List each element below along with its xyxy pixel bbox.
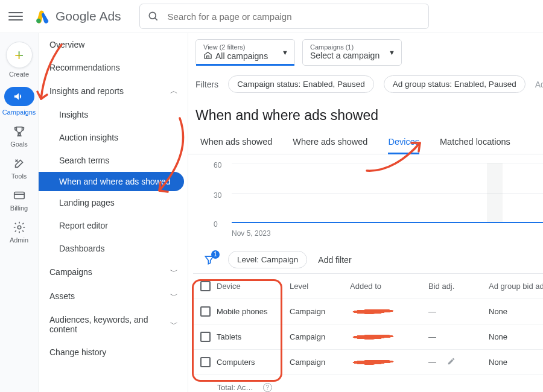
- megaphone-icon: [4, 87, 34, 106]
- rail-item-tools[interactable]: Tools: [0, 157, 38, 180]
- search-icon: [147, 10, 159, 22]
- svg-point-5: [17, 226, 21, 229]
- create-label: Create: [9, 71, 29, 78]
- card-icon: [13, 189, 26, 202]
- svg-line-2: [154, 18, 157, 21]
- rail-create[interactable]: + Create: [6, 42, 33, 78]
- rail-label-tools: Tools: [11, 172, 27, 180]
- tab-where-ads-showed[interactable]: Where ads showed: [293, 132, 367, 154]
- caret-down-icon: ▼: [389, 49, 395, 56]
- product-name: Google Ads: [56, 9, 121, 24]
- filter-count-badge: 1: [211, 250, 220, 259]
- nav-dashboards[interactable]: Dashboards: [39, 237, 188, 260]
- left-rail: + Create Campaigns Goals Tools Bil: [0, 33, 39, 392]
- chevron-down-icon: ﹀: [170, 319, 178, 330]
- nav-landing-pages[interactable]: Landing pages: [39, 191, 188, 214]
- add-filter-hint[interactable]: Add filte: [535, 80, 543, 89]
- filter-funnel-icon[interactable]: 1: [202, 252, 217, 268]
- row-checkbox[interactable]: [200, 357, 211, 367]
- view-dropdown-hint: View (2 filters): [203, 43, 274, 51]
- rail-label-campaigns: Campaigns: [2, 109, 36, 116]
- edit-pencil-icon[interactable]: [447, 357, 456, 367]
- top-header: Google Ads: [0, 0, 543, 33]
- page-title: When and where ads showed: [188, 99, 543, 132]
- table-row[interactable]: Mobile phones Campaign — None: [193, 299, 543, 324]
- side-nav: Overview Recommendations Insights and re…: [39, 33, 188, 392]
- col-added-to: Added to: [344, 276, 422, 297]
- nav-audiences[interactable]: Audiences, keywords, and content ﹀: [39, 308, 188, 341]
- select-all-checkbox[interactable]: [200, 281, 211, 291]
- campaign-dropdown[interactable]: Campaigns (1) Select a campaign ▼: [302, 39, 402, 66]
- view-dropdown-value: All campaigns: [215, 51, 268, 61]
- chart-series-line: [232, 222, 543, 223]
- tab-when-ads-showed[interactable]: When ads showed: [200, 132, 272, 154]
- svg-rect-3: [14, 192, 24, 199]
- col-bid-adj: Bid adj.: [422, 276, 483, 297]
- redacted-value: [350, 358, 398, 367]
- table-row[interactable]: Computers Campaign — None: [193, 350, 543, 375]
- table-row[interactable]: Tablets Campaign — None: [193, 324, 543, 350]
- nav-assets[interactable]: Assets ﹀: [39, 284, 188, 308]
- chevron-down-icon: ﹀: [170, 267, 178, 277]
- col-adgroup-bid-adj: Ad group bid adj.: [483, 276, 543, 297]
- nav-search-terms[interactable]: Search terms: [39, 149, 188, 172]
- col-device: Device: [217, 282, 241, 291]
- rail-item-billing[interactable]: Billing: [0, 189, 38, 212]
- y-tick-30: 30: [214, 191, 221, 200]
- nav-when-where-ads-showed[interactable]: When and where ads showed: [39, 172, 184, 191]
- rail-item-campaigns[interactable]: Campaigns: [0, 87, 38, 116]
- table-total-row: Total: Ac… ?: [193, 375, 543, 392]
- nav-report-editor[interactable]: Report editor: [39, 214, 188, 237]
- menu-icon[interactable]: [8, 9, 23, 24]
- metric-chart: 60 30 0 Nov 5, 2023: [195, 154, 543, 245]
- tab-matched-locations[interactable]: Matched locations: [440, 132, 510, 154]
- search-box[interactable]: [139, 4, 429, 29]
- device-table: Device Level Added to Bid adj. Ad group …: [193, 273, 543, 392]
- nav-recommendations[interactable]: Recommendations: [39, 56, 188, 79]
- filter-chip-adgroup-status[interactable]: Ad group status: Enabled, Paused: [384, 75, 526, 93]
- redacted-value: [350, 333, 398, 341]
- home-icon: [203, 51, 212, 62]
- help-icon[interactable]: ?: [263, 383, 272, 392]
- row-checkbox[interactable]: [200, 332, 211, 342]
- chevron-down-icon: ﹀: [170, 291, 178, 302]
- view-dropdown[interactable]: View (2 filters) All campaigns ▼: [195, 39, 295, 66]
- redacted-value: [350, 308, 398, 316]
- add-filter-button[interactable]: Add filter: [318, 255, 351, 265]
- rail-item-admin[interactable]: Admin: [0, 221, 38, 244]
- section-tabs: When ads showed Where ads showed Devices…: [188, 132, 543, 154]
- nav-auction-insights[interactable]: Auction insights: [39, 126, 188, 149]
- tab-devices[interactable]: Devices: [388, 132, 419, 154]
- level-pill[interactable]: Level: Campaign: [228, 251, 307, 268]
- rail-label-admin: Admin: [10, 236, 28, 244]
- ads-logo-icon: [35, 8, 51, 24]
- create-button[interactable]: +: [6, 42, 33, 68]
- nav-insights-and-reports[interactable]: Insights and reports ︿: [39, 79, 188, 103]
- nav-insights[interactable]: Insights: [39, 103, 188, 126]
- nav-change-history[interactable]: Change history: [39, 341, 188, 364]
- rail-item-goals[interactable]: Goals: [0, 125, 38, 148]
- svg-rect-6: [207, 56, 209, 58]
- y-tick-60: 60: [214, 161, 221, 169]
- rail-label-goals: Goals: [10, 141, 28, 148]
- main-content: View (2 filters) All campaigns ▼ Campaig…: [188, 33, 543, 392]
- gear-icon: [13, 221, 26, 234]
- trophy-icon: [13, 125, 26, 138]
- x-tick-0: Nov 5, 2023: [232, 229, 271, 238]
- col-level: Level: [284, 276, 344, 297]
- nav-overview[interactable]: Overview: [39, 33, 188, 56]
- filters-label: Filters: [195, 80, 218, 89]
- campaign-dropdown-hint: Campaigns (1): [310, 43, 381, 51]
- nav-campaigns[interactable]: Campaigns ﹀: [39, 260, 188, 284]
- product-logo[interactable]: Google Ads: [35, 8, 121, 24]
- chevron-up-icon: ︿: [170, 86, 178, 96]
- campaign-dropdown-value: Select a campaign: [310, 51, 379, 60]
- svg-point-0: [36, 19, 41, 24]
- chart-highlight-band: [487, 163, 503, 223]
- y-tick-0: 0: [214, 220, 218, 229]
- filter-chip-campaign-status[interactable]: Campaign status: Enabled, Paused: [228, 75, 374, 93]
- row-checkbox[interactable]: [200, 306, 211, 317]
- rail-label-billing: Billing: [10, 204, 28, 212]
- total-label: Total: Ac…: [217, 384, 253, 392]
- search-input[interactable]: [167, 11, 421, 22]
